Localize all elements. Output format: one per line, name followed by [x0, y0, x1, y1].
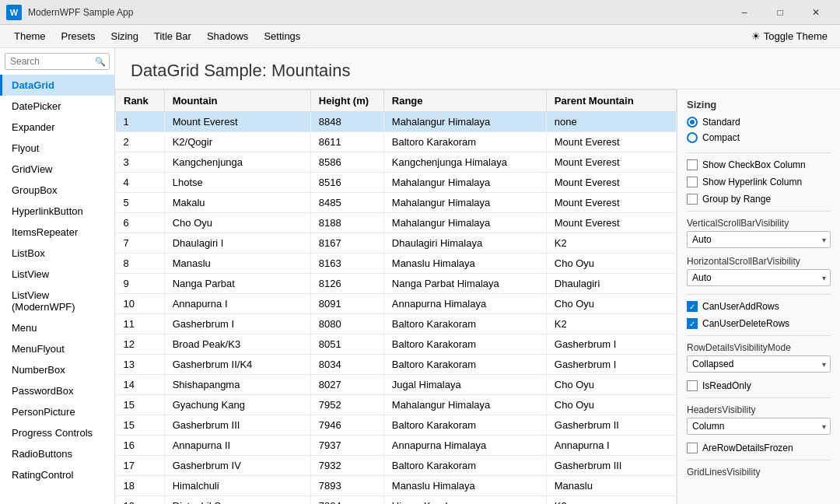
- cell-parent: none: [546, 112, 676, 132]
- sidebar-item-menuflyout[interactable]: MenuFlyout: [0, 338, 114, 359]
- table-row[interactable]: 17Gasherbrum IV7932Baltoro KarakoramGash…: [116, 456, 677, 476]
- main-layout: 🔍 DataGridDatePickerExpanderFlyoutGridVi…: [0, 48, 840, 504]
- headers-visibility-select[interactable]: Column: [687, 418, 831, 435]
- table-row[interactable]: 6Cho Oyu8188Mahalangur HimalayaMount Eve…: [116, 213, 677, 233]
- cell-mountain: Gasherbrum III: [164, 415, 310, 436]
- cell-rank: 15: [116, 415, 165, 436]
- cell-height: 8516: [310, 173, 383, 193]
- sidebar-item-passwordbox[interactable]: PasswordBox: [0, 380, 114, 401]
- search-input[interactable]: [5, 53, 110, 70]
- toggle-theme-button[interactable]: ☀ Toggle Theme: [745, 27, 834, 45]
- sidebar-item-numberbox[interactable]: NumberBox: [0, 359, 114, 380]
- sidebar-item-gridview[interactable]: GridView: [0, 159, 114, 180]
- sidebar-item-hyperlinkbutton[interactable]: HyperlinkButton: [0, 201, 114, 222]
- menu-shadows[interactable]: Shadows: [199, 27, 256, 45]
- checkbox-box: [687, 194, 698, 205]
- sidebar-item-itemsrepeater[interactable]: ItemsRepeater: [0, 222, 114, 243]
- table-row[interactable]: 2K2/Qogir8611Baltoro KarakoramMount Ever…: [116, 132, 677, 152]
- table-row[interactable]: 3Kangchenjunga8586Kangchenjunga Himalaya…: [116, 152, 677, 173]
- sidebar-item-personpicture[interactable]: PersonPicture: [0, 401, 114, 422]
- checkbox-group-1: Show CheckBox ColumnShow Hyperlink Colum…: [687, 159, 831, 205]
- sidebar-item-menu[interactable]: Menu: [0, 317, 114, 338]
- maximize-button[interactable]: □: [762, 0, 798, 25]
- menu-titlebar[interactable]: Title Bar: [146, 27, 199, 45]
- table-row[interactable]: 14Shishapangma8027Jugal HimalayaCho Oyu: [116, 375, 677, 395]
- search-icon: 🔍: [95, 57, 106, 67]
- cell-parent: Mount Everest: [546, 132, 676, 152]
- table-row[interactable]: 19Distaghil Sar7884Hispar KarakoramK2: [116, 496, 677, 505]
- cell-range: Mahalangur Himalaya: [383, 213, 546, 233]
- close-button[interactable]: ✕: [798, 0, 834, 25]
- table-row[interactable]: 18Himalchuli7893Manaslu HimalayaManaslu: [116, 476, 677, 496]
- menu-settings[interactable]: Settings: [256, 27, 308, 45]
- cell-mountain: Nanga Parbat: [164, 274, 310, 294]
- table-row[interactable]: 13Gasherbrum II/K48034Baltoro KarakoramG…: [116, 355, 677, 375]
- checkbox-canuseraddrows[interactable]: ✓CanUserAddRows: [687, 301, 831, 312]
- row-details-select[interactable]: Collapsed: [687, 355, 831, 373]
- cell-parent: Gasherbrum I: [546, 334, 676, 355]
- horizontal-scrollbar-select[interactable]: Auto: [687, 269, 831, 286]
- vertical-scrollbar-select[interactable]: Auto: [687, 231, 831, 248]
- sidebar-item-flyout[interactable]: Flyout: [0, 138, 114, 159]
- cell-height: 8485: [310, 193, 383, 213]
- sidebar-item-listbox[interactable]: ListBox: [0, 243, 114, 264]
- cell-parent: Mount Everest: [546, 152, 676, 173]
- checkbox-arerowdetailsfrozen[interactable]: AreRowDetailsFrozen: [687, 443, 831, 453]
- cell-rank: 5: [116, 193, 165, 213]
- checkbox-show-checkbox-column[interactable]: Show CheckBox Column: [687, 159, 831, 170]
- sidebar-item-listview--modernwpf-[interactable]: ListView (ModernWPF): [0, 285, 114, 317]
- cell-height: 7946: [310, 415, 383, 436]
- sidebar-item-datagrid[interactable]: DataGrid: [0, 75, 114, 96]
- cell-range: Annapurna Himalaya: [383, 436, 546, 456]
- minimize-button[interactable]: –: [726, 0, 762, 25]
- datagrid-wrap[interactable]: Rank Mountain Height (m) Range Parent Mo…: [115, 89, 677, 504]
- checkbox-group-4: AreRowDetailsFrozen: [687, 443, 831, 453]
- table-row[interactable]: 1Mount Everest8848Mahalangur Himalayanon…: [116, 112, 677, 132]
- checkbox-canuserdeleterows[interactable]: ✓CanUserDeleteRows: [687, 318, 831, 329]
- sizing-title: Sizing: [687, 99, 831, 110]
- sidebar-item-radiobuttons[interactable]: RadioButtons: [0, 443, 114, 464]
- cell-range: Baltoro Karakoram: [383, 314, 546, 334]
- checkbox-group-3: IsReadOnly: [687, 380, 831, 391]
- checkbox-box: [687, 177, 698, 187]
- cell-parent: Gasherbrum III: [546, 456, 676, 476]
- content-area: DataGrid Sample: Mountains Rank Mountain…: [115, 48, 840, 504]
- cell-mountain: K2/Qogir: [164, 132, 310, 152]
- cell-parent: Cho Oyu: [546, 395, 676, 415]
- sidebar-item-expander[interactable]: Expander: [0, 117, 114, 138]
- cell-range: Dhaulagiri Himalaya: [383, 233, 546, 254]
- radio-compact[interactable]: Compact: [687, 132, 831, 143]
- table-row[interactable]: 15Gyachung Kang7952Mahalangur HimalayaCh…: [116, 395, 677, 415]
- menu-theme[interactable]: Theme: [6, 27, 53, 45]
- cell-height: 8167: [310, 233, 383, 254]
- checkbox-show-hyperlink-column[interactable]: Show Hyperlink Column: [687, 177, 831, 187]
- cell-height: 8126: [310, 274, 383, 294]
- checkbox-isreadonly[interactable]: IsReadOnly: [687, 380, 831, 391]
- radio-standard[interactable]: Standard: [687, 117, 831, 128]
- menu-presets[interactable]: Presets: [53, 27, 103, 45]
- table-row[interactable]: 16Annapurna II7937Annapurna HimalayaAnna…: [116, 436, 677, 456]
- checkbox-box: ✓: [687, 318, 698, 329]
- page-title: DataGrid Sample: Mountains: [131, 61, 824, 81]
- sidebar-item-datepicker[interactable]: DatePicker: [0, 96, 114, 117]
- table-row[interactable]: 8Manaslu8163Manaslu HimalayaCho Oyu: [116, 254, 677, 274]
- table-row[interactable]: 15Gasherbrum III7946Baltoro KarakoramGas…: [116, 415, 677, 436]
- table-row[interactable]: 5Makalu8485Mahalangur HimalayaMount Ever…: [116, 193, 677, 213]
- sidebar-item-listview[interactable]: ListView: [0, 264, 114, 285]
- table-row[interactable]: 12Broad Peak/K38051Baltoro KarakoramGash…: [116, 334, 677, 355]
- cell-mountain: Gyachung Kang: [164, 395, 310, 415]
- sidebar-item-groupbox[interactable]: GroupBox: [0, 180, 114, 201]
- horizontal-scrollbar-label: HorizontalScrollBarVisibility: [687, 256, 831, 267]
- table-row[interactable]: 11Gasherbrum I8080Baltoro KarakoramK2: [116, 314, 677, 334]
- sidebar-item-ratingcontrol[interactable]: RatingControl: [0, 464, 114, 485]
- table-row[interactable]: 7Dhaulagiri I8167Dhaulagiri HimalayaK2: [116, 233, 677, 254]
- checkbox-group-by-range[interactable]: Group by Range: [687, 194, 831, 205]
- menu-bar: Theme Presets Sizing Title Bar Shadows S…: [0, 25, 840, 48]
- menu-sizing[interactable]: Sizing: [103, 27, 146, 45]
- cell-range: Mahalangur Himalaya: [383, 112, 546, 132]
- sidebar-item-progress-controls[interactable]: Progress Controls: [0, 422, 114, 443]
- table-row[interactable]: 4Lhotse8516Mahalangur HimalayaMount Ever…: [116, 173, 677, 193]
- table-row[interactable]: 9Nanga Parbat8126Nanga Parbat HimalayaDh…: [116, 274, 677, 294]
- radio-label: Compact: [702, 132, 740, 143]
- table-row[interactable]: 10Annapurna I8091Annapurna HimalayaCho O…: [116, 294, 677, 314]
